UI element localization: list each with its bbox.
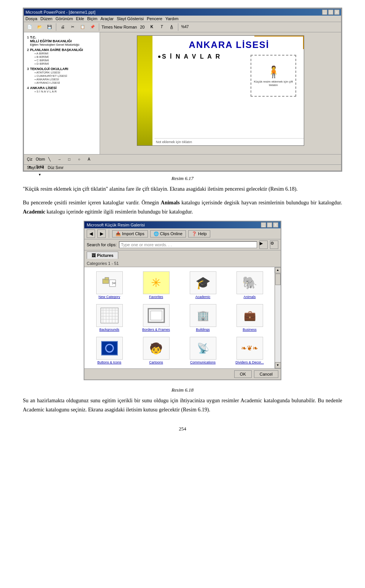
save-btn[interactable]: 💾: [45, 23, 54, 31]
buttons-label: Buttons & Icons: [97, 360, 121, 364]
academic-icon: 🎓: [190, 271, 216, 294]
underline-btn[interactable]: A: [167, 23, 176, 31]
gallery-item-new-category[interactable]: ✂ New Category: [87, 269, 132, 301]
outline-meb: MİLLİ EĞİTİM BAKANLIĞI: [30, 39, 79, 43]
slide-decoration-bar: [137, 36, 152, 145]
menu-duzen[interactable]: Düzen: [40, 16, 52, 21]
figure-18-caption: Resim 6.18: [23, 387, 342, 393]
main-toolbar: 📄 📂 💾 🖨 ✂ 📋 📌 Times New Roman 20 K T A %…: [24, 22, 341, 32]
page-number: 254: [23, 426, 342, 432]
copy-btn[interactable]: 📋: [78, 23, 87, 31]
scroll-thumb[interactable]: [275, 274, 281, 285]
line-tool[interactable]: ╲: [45, 155, 54, 164]
cut-btn[interactable]: ✂: [68, 23, 77, 31]
tab-pictures-label: 🖼 Pictures: [92, 253, 113, 258]
slide-note[interactable]: Not eklemek için tıklatın: [154, 138, 304, 145]
draw-menu[interactable]: Çiz ▾: [25, 155, 34, 164]
gallery-screenshot-wrapper: Microsoft Küçük Resim Galerisi _ □ × ◀ ▶…: [23, 221, 342, 384]
menu-dosya[interactable]: Dosya: [25, 16, 37, 21]
gallery-close[interactable]: ×: [273, 222, 278, 228]
body-text-1-before: "Küçük resim eklemek için çift tiklatin"…: [23, 186, 298, 192]
maximize-btn[interactable]: □: [328, 10, 333, 15]
buildings-label: Buildings: [196, 328, 210, 331]
ok-button[interactable]: OK: [234, 370, 252, 378]
gallery-back-btn[interactable]: ◀: [87, 229, 95, 238]
rect-tool[interactable]: □: [65, 155, 73, 164]
clipart-placeholder[interactable]: 🧍 Küçük resim eklemek için çift tıklatın: [251, 55, 296, 97]
window-controls: _ □ ×: [322, 10, 340, 15]
minimize-btn[interactable]: _: [322, 10, 327, 15]
cartoons-label: Cartoons: [149, 360, 163, 364]
gallery-item-communications[interactable]: 📡 Communications: [180, 335, 225, 366]
search-go-btn[interactable]: ▶: [259, 241, 268, 249]
gallery-item-business[interactable]: 💼 Business: [227, 302, 272, 333]
outline-item-1: 1 T.C. MİLLİ EĞİTİM BAKANLIĞI Eğitim Tek…: [27, 35, 97, 46]
business-icon: 💼: [236, 304, 263, 327]
slide-canvas: ANKARA LİSESİ S İ N A V L A R 🧍 Küçük re…: [137, 35, 304, 146]
new-btn[interactable]: 📄: [25, 23, 34, 31]
gallery-item-backgrounds[interactable]: Backgrounds: [87, 302, 132, 333]
search-options-btn[interactable]: ⚙: [270, 241, 278, 249]
arrow-tool[interactable]: →: [55, 155, 63, 164]
search-input[interactable]: [119, 241, 257, 248]
dividers-icon: ❧❦❧: [236, 337, 263, 360]
gallery-item-favorites[interactable]: ✳ Favorites: [133, 269, 179, 301]
scroll-up-btn[interactable]: ▲: [275, 267, 281, 273]
bold-animals: Animals: [161, 200, 180, 206]
font-name[interactable]: Times New Roman: [102, 25, 137, 29]
autoshapes-menu[interactable]: Otomesik Şekli ▾: [35, 155, 44, 164]
textbox-tool[interactable]: A: [85, 155, 93, 164]
print-btn[interactable]: 🖨: [59, 23, 67, 31]
clips-online-btn[interactable]: 🌐 Clips Online: [150, 230, 186, 237]
cancel-button[interactable]: Cancel: [254, 370, 278, 378]
menu-yardim[interactable]: Yardım: [165, 16, 179, 21]
menu-gorunum[interactable]: Görünüm: [56, 16, 73, 21]
outline-item-4: 4 ANKARA LİSESİ • S İ N A V L A R: [27, 86, 97, 93]
outline-item-3: 3 TEKNOLOJİ OKULLARI • ATATÜRK LİSESİ • …: [27, 67, 97, 84]
gallery-item-cartoons[interactable]: 🧒 Cartoons: [133, 335, 179, 366]
new-category-label: New Category: [98, 295, 120, 299]
body-text-2: Bu pencerede çesitli resimler içeren kat…: [23, 198, 342, 217]
gallery-forward-btn[interactable]: ▶: [97, 229, 106, 238]
italic-btn[interactable]: T: [157, 23, 166, 31]
gallery-item-buildings[interactable]: 🏢 Buildings: [180, 302, 225, 333]
search-label: Search for clips:: [87, 242, 117, 247]
gallery-item-dividers[interactable]: ❧❦❧ Dividers & Decor...: [227, 335, 272, 366]
menu-pencere[interactable]: Pencere: [147, 16, 162, 21]
tab-pictures[interactable]: 🖼 Pictures: [87, 252, 118, 259]
gallery-maximize[interactable]: □: [267, 222, 272, 228]
body-text-3: Su an hazirlamakta oldugunuz sunu egitim…: [23, 396, 342, 414]
outline-panel: 1 T.C. MİLLİ EĞİTİM BAKANLIĞI Eğitim Tek…: [24, 32, 100, 154]
gallery-title: Microsoft Küçük Resim Galerisi: [87, 223, 145, 227]
gallery-item-animals[interactable]: 🐘 Animals: [227, 269, 272, 301]
sep3: [178, 23, 178, 31]
gallery-title-bar: Microsoft Küçük Resim Galerisi _ □ ×: [84, 221, 281, 228]
bold-btn[interactable]: K: [148, 23, 156, 31]
menu-araclar[interactable]: Araçlar: [100, 16, 114, 21]
gallery-sep1: [109, 229, 109, 238]
menu-ekle[interactable]: Ekle: [76, 16, 84, 21]
person-icon: 🧍: [267, 65, 281, 78]
gallery-item-academic[interactable]: 🎓 Academic: [180, 269, 225, 301]
font-size[interactable]: 20: [140, 25, 144, 29]
gallery-item-borders[interactable]: Borders & Frames: [133, 302, 179, 333]
scroll-down-btn[interactable]: ▼: [275, 362, 281, 368]
open-btn[interactable]: 📂: [35, 23, 44, 31]
scroll-track: [275, 274, 281, 362]
body-text-1: "Küçük resim eklemek için çift tiklatin"…: [23, 185, 342, 194]
svg-text:✂: ✂: [112, 280, 116, 286]
zoom-field[interactable]: %47: [181, 23, 189, 31]
bullet-dot: [158, 56, 160, 58]
gallery-item-buttons[interactable]: Buttons & Icons: [87, 335, 132, 366]
import-clips-btn[interactable]: 📥 Import Clips: [112, 230, 148, 237]
gallery-footer: OK Cancel: [84, 368, 281, 379]
help-btn[interactable]: ❓ Help: [188, 230, 210, 237]
window-title: Microsoft PowerPoint - [deneme1.ppt]: [25, 10, 95, 14]
menu-slayt[interactable]: Slayt Gösterisi: [117, 16, 144, 21]
oval-tool[interactable]: ○: [75, 155, 83, 164]
drawing-toolbar: Çiz ▾ Otomesik Şekli ▾ ╲ → □ ○ A: [24, 154, 341, 164]
gallery-minimize[interactable]: _: [261, 222, 266, 228]
close-btn[interactable]: ×: [334, 10, 340, 15]
paste-btn[interactable]: 📌: [88, 23, 97, 31]
menu-bichim[interactable]: Biçim: [87, 16, 97, 21]
